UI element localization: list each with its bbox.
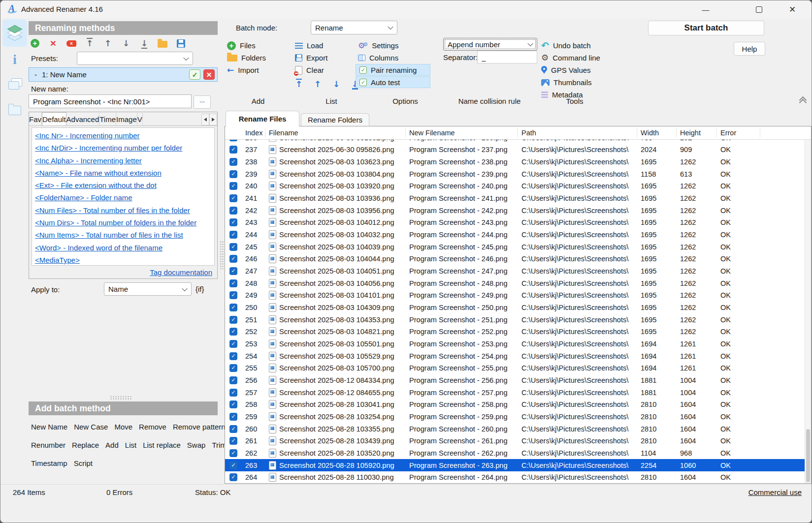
row-checkbox[interactable] xyxy=(229,304,237,311)
remove-method-button[interactable]: × xyxy=(48,38,58,49)
row-checkbox[interactable] xyxy=(229,158,237,166)
vertical-scrollbar[interactable] xyxy=(805,139,811,483)
apply-to-dropdown[interactable]: Name xyxy=(104,282,192,296)
table-row[interactable]: 251 Screenshot 2025-08-03 104353.png Pro… xyxy=(225,313,805,326)
tag-link[interactable]: <Num Dirs> - Total number of folders in … xyxy=(35,216,211,229)
table-row[interactable]: 237 Screenshot 2025-06-30 095826.png Pro… xyxy=(225,144,805,156)
tag-tab[interactable]: Default xyxy=(42,112,66,125)
horizontal-splitter-handle[interactable] xyxy=(110,396,132,400)
move-method-up-button[interactable]: ↑ xyxy=(103,38,113,49)
row-checkbox[interactable] xyxy=(229,291,237,299)
batch-method-button[interactable]: Move xyxy=(114,423,132,431)
row-checkbox[interactable] xyxy=(229,340,237,348)
commercial-use-link[interactable]: Commercial use xyxy=(748,488,802,496)
row-checkbox[interactable] xyxy=(229,352,237,360)
minimize-button[interactable]: — xyxy=(698,3,713,15)
row-checkbox[interactable] xyxy=(229,473,237,481)
clear-list-button[interactable]: Clear xyxy=(295,64,359,76)
tag-documentation-link[interactable]: Tag documentation xyxy=(150,268,212,277)
add-folders-button[interactable]: Folders xyxy=(227,52,266,64)
tag-link[interactable]: <Inc Alpha> - Incrementing letter xyxy=(35,154,211,167)
maximize-button[interactable] xyxy=(751,3,766,15)
batch-method-button[interactable]: New Case xyxy=(74,423,108,431)
header-height[interactable]: Height xyxy=(677,128,717,137)
table-row[interactable]: 252 Screenshot 2025-08-03 104821.png Pro… xyxy=(225,326,805,338)
method-item-new-name[interactable]: - 1: New Name ✓ ✕ xyxy=(29,67,218,82)
table-row[interactable]: 246 Screenshot 2025-08-03 104044.png Pro… xyxy=(225,253,805,265)
table-row[interactable]: 240 Screenshot 2025-08-03 103920.png Pro… xyxy=(225,180,805,192)
row-checkbox[interactable] xyxy=(229,279,237,287)
settings-button[interactable]: ⚙⚙Settings xyxy=(358,39,430,52)
header-filename[interactable]: Filename xyxy=(265,128,406,137)
batch-method-button[interactable]: Remove pattern xyxy=(173,423,226,431)
save-preset-button[interactable] xyxy=(176,38,186,49)
table-row[interactable]: 253 Screenshot 2025-08-03 105501.png Pro… xyxy=(225,338,805,350)
row-checkbox[interactable] xyxy=(229,194,237,202)
tab-rename-files[interactable]: Rename Files xyxy=(226,111,299,126)
row-checkbox[interactable] xyxy=(229,146,237,154)
batch-method-button[interactable]: Script xyxy=(74,459,93,467)
table-row[interactable]: 261 Screenshot 2025-08-28 103439.png Pro… xyxy=(225,435,805,447)
new-name-input[interactable] xyxy=(29,94,192,108)
export-list-button[interactable]: Export xyxy=(295,52,359,64)
load-list-button[interactable]: Load xyxy=(295,39,359,52)
batch-method-button[interactable]: Remove xyxy=(139,423,166,431)
table-row[interactable]: 242 Screenshot 2025-08-03 103956.png Pro… xyxy=(225,204,805,216)
add-files-button[interactable]: +Files xyxy=(227,39,266,52)
table-row[interactable]: 244 Screenshot 2025-08-03 104032.png Pro… xyxy=(225,229,805,241)
table-row[interactable]: 254 Screenshot 2025-08-03 105529.png Pro… xyxy=(225,350,805,362)
tag-link[interactable]: <Num Files> - Total number of files in t… xyxy=(35,204,211,216)
tab-rename-folders[interactable]: Rename Folders xyxy=(301,113,369,126)
move-top-button[interactable]: ↑ xyxy=(295,79,303,89)
table-row[interactable]: 259 Screenshot 2025-08-28 103254.png Pro… xyxy=(225,411,805,423)
move-method-down-button[interactable]: ↓ xyxy=(121,38,131,49)
batch-method-button[interactable]: Timestamp xyxy=(31,459,67,467)
table-row[interactable]: 243 Screenshot 2025-08-03 104012.png Pro… xyxy=(225,216,805,229)
tag-link[interactable]: <Word> - Indexed word of the filename xyxy=(35,242,211,254)
sidebar-item-methods[interactable] xyxy=(2,19,27,47)
move-down-button[interactable]: ↓ xyxy=(332,79,340,89)
row-checkbox[interactable] xyxy=(229,449,237,457)
tag-link[interactable]: <Num Items> - Total number of files in t… xyxy=(35,229,211,241)
separator-input[interactable] xyxy=(477,51,537,63)
row-checkbox[interactable] xyxy=(229,364,237,372)
vertical-splitter-handle[interactable] xyxy=(220,241,224,269)
header-error[interactable]: Error xyxy=(717,128,760,137)
batch-method-button[interactable]: Renumber xyxy=(31,441,65,449)
tag-link[interactable]: <Inc NrDir> - Incrementing number per fo… xyxy=(35,142,211,154)
method-enabled-checkbox[interactable]: ✓ xyxy=(189,69,200,80)
scrollbar-thumb[interactable] xyxy=(806,429,810,482)
header-path[interactable]: Path xyxy=(518,128,637,137)
tag-tab[interactable]: Time xyxy=(99,113,116,125)
table-row[interactable]: 245 Screenshot 2025-08-03 104039.png Pro… xyxy=(225,241,805,253)
move-method-top-button[interactable]: ↑ xyxy=(85,38,95,49)
table-row[interactable]: 263 Screenshot 2025-08-28 105920.png Pro… xyxy=(225,459,805,471)
row-checkbox[interactable] xyxy=(229,243,237,251)
table-row[interactable]: 241 Screenshot 2025-08-03 103936.png Pro… xyxy=(225,192,805,205)
tag-tab[interactable]: V xyxy=(137,113,143,125)
row-checkbox[interactable] xyxy=(229,413,237,421)
batch-mode-dropdown[interactable]: Rename xyxy=(311,21,397,34)
header-new-filename[interactable]: New Filename xyxy=(406,128,518,137)
undo-batch-button[interactable]: ↶Undo batch xyxy=(541,39,600,52)
tag-tab[interactable]: Image xyxy=(116,113,137,125)
row-checkbox[interactable] xyxy=(229,425,237,433)
tag-tab[interactable]: Advanced xyxy=(66,113,100,125)
auto-test-toggle[interactable]: ✓Auto test xyxy=(356,76,430,88)
table-row[interactable]: 247 Screenshot 2025-08-03 104051.png Pro… xyxy=(225,265,805,277)
batch-method-button[interactable]: Add xyxy=(105,441,119,449)
method-delete-button[interactable]: ✕ xyxy=(203,69,215,80)
collapse-panel-button[interactable] xyxy=(798,97,807,105)
tag-link[interactable]: <FolderName> - Folder name xyxy=(35,191,211,204)
row-checkbox[interactable] xyxy=(229,231,237,239)
table-row[interactable]: 239 Screenshot 2025-08-03 103804.png Pro… xyxy=(225,168,805,180)
table-row[interactable]: 250 Screenshot 2025-08-03 104309.png Pro… xyxy=(225,302,805,314)
row-checkbox[interactable] xyxy=(229,267,237,275)
header-index[interactable]: Index xyxy=(242,128,265,137)
row-checkbox[interactable] xyxy=(229,255,237,263)
row-checkbox[interactable] xyxy=(229,316,237,324)
batch-method-button[interactable]: List xyxy=(125,441,136,449)
add-method-button[interactable]: + xyxy=(30,38,40,49)
gps-values-button[interactable]: GPS Values xyxy=(541,64,600,76)
tag-link[interactable]: <MediaType> xyxy=(35,254,211,266)
